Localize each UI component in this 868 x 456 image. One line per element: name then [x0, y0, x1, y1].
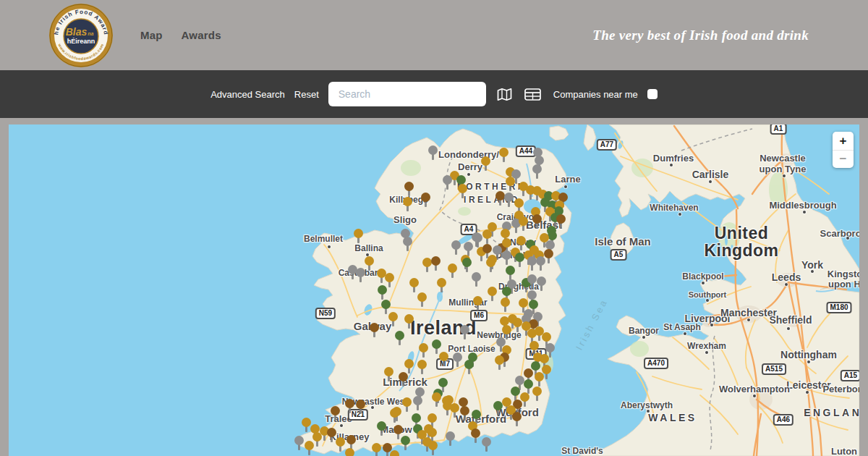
- map-pin[interactable]: [451, 240, 461, 250]
- map-pin[interactable]: [515, 253, 524, 262]
- map-pin[interactable]: [381, 300, 391, 309]
- map-pin[interactable]: [415, 387, 425, 397]
- zoom-in-button[interactable]: +: [833, 132, 854, 150]
- map-pin[interactable]: [427, 413, 437, 423]
- map-pin[interactable]: [542, 365, 551, 374]
- map-pin[interactable]: [421, 193, 430, 202]
- map-pin[interactable]: [431, 256, 441, 266]
- map-pin[interactable]: [393, 425, 403, 434]
- map-pin[interactable]: [460, 406, 469, 415]
- map-pin[interactable]: [529, 341, 539, 350]
- map-pin[interactable]: [535, 372, 544, 381]
- map-pin[interactable]: [428, 145, 438, 155]
- map-pin[interactable]: [460, 325, 469, 334]
- map-pin[interactable]: [500, 316, 509, 326]
- map-pin[interactable]: [527, 290, 537, 300]
- nav-item-map[interactable]: Map: [140, 29, 163, 41]
- map-pin[interactable]: [390, 450, 399, 456]
- map-pin[interactable]: [372, 443, 381, 452]
- map-pin[interactable]: [417, 360, 427, 369]
- map-pin[interactable]: [504, 193, 514, 202]
- map-pin[interactable]: [472, 232, 481, 242]
- map-pin[interactable]: [499, 148, 509, 157]
- map-pin[interactable]: [383, 443, 392, 452]
- map-pin[interactable]: [312, 432, 322, 442]
- map-pin[interactable]: [365, 256, 374, 266]
- map-canvas[interactable]: Londonderry/DerryNORTHERNIRELANDLarneBel…: [9, 124, 859, 456]
- map-pin[interactable]: [305, 441, 314, 450]
- map-pin[interactable]: [519, 298, 528, 308]
- map-pin[interactable]: [515, 376, 524, 385]
- map-pin[interactable]: [331, 406, 340, 415]
- map-pin[interactable]: [327, 428, 336, 437]
- map-pin[interactable]: [516, 236, 526, 245]
- map-pin[interactable]: [446, 431, 455, 441]
- map-pin[interactable]: [428, 441, 438, 450]
- map-pin[interactable]: [346, 435, 356, 444]
- search-input[interactable]: [328, 82, 486, 106]
- map-pin[interactable]: [458, 184, 467, 193]
- map-pin[interactable]: [413, 396, 422, 405]
- map-pin[interactable]: [473, 296, 482, 305]
- map-pin[interactable]: [545, 343, 555, 352]
- map-pin[interactable]: [432, 392, 441, 402]
- map-pin[interactable]: [506, 177, 515, 186]
- reset-button[interactable]: Reset: [294, 89, 319, 100]
- map-pin[interactable]: [378, 285, 387, 295]
- map-pin[interactable]: [502, 238, 511, 248]
- map-pin[interactable]: [496, 337, 506, 347]
- map-pin[interactable]: [377, 421, 386, 431]
- map-pin[interactable]: [482, 437, 491, 447]
- map-pin[interactable]: [459, 397, 468, 407]
- map-pin[interactable]: [529, 300, 538, 309]
- map-pin[interactable]: [453, 352, 462, 362]
- map-pin[interactable]: [524, 368, 533, 378]
- map-pin[interactable]: [493, 401, 503, 410]
- map-pin[interactable]: [395, 331, 404, 340]
- map-pin[interactable]: [388, 312, 398, 321]
- map-pin[interactable]: [481, 156, 490, 166]
- map-pin[interactable]: [409, 278, 419, 287]
- map-pin[interactable]: [532, 214, 542, 224]
- map-pin[interactable]: [512, 412, 522, 421]
- map-pin[interactable]: [399, 372, 408, 381]
- map-pin[interactable]: [502, 325, 511, 334]
- map-pin[interactable]: [519, 216, 528, 226]
- map-pin[interactable]: [294, 436, 304, 445]
- map-pin[interactable]: [404, 359, 414, 368]
- map-pin[interactable]: [486, 258, 495, 267]
- map-pin[interactable]: [370, 323, 379, 332]
- companies-near-me-checkbox[interactable]: [647, 89, 658, 99]
- map-pin[interactable]: [412, 413, 421, 423]
- map-pin[interactable]: [432, 339, 441, 349]
- map-pin[interactable]: [472, 272, 481, 282]
- map-pin[interactable]: [502, 287, 511, 296]
- map-pin[interactable]: [456, 175, 466, 185]
- map-pin[interactable]: [556, 214, 566, 224]
- nav-item-awards[interactable]: Awards: [182, 29, 221, 41]
- map-pin[interactable]: [506, 266, 515, 275]
- map-pin[interactable]: [471, 428, 480, 438]
- map-pin[interactable]: [464, 360, 474, 369]
- map-pin[interactable]: [527, 274, 537, 284]
- advanced-search-button[interactable]: Advanced Search: [210, 89, 285, 100]
- map-pin[interactable]: [472, 410, 481, 419]
- map-pin[interactable]: [511, 387, 520, 396]
- map-pin[interactable]: [302, 418, 311, 427]
- map-pin[interactable]: [384, 367, 393, 376]
- map-pin[interactable]: [437, 278, 446, 287]
- map-pin[interactable]: [356, 268, 365, 277]
- map-view-button[interactable]: [497, 88, 512, 101]
- map-pin[interactable]: [417, 292, 427, 302]
- map-pin[interactable]: [514, 198, 524, 208]
- map-pin[interactable]: [442, 396, 451, 405]
- map-pin[interactable]: [488, 287, 497, 296]
- map-pin[interactable]: [404, 182, 414, 191]
- map-pin[interactable]: [439, 352, 448, 361]
- map-pin[interactable]: [493, 245, 502, 255]
- map-pin[interactable]: [354, 229, 363, 238]
- list-view-button[interactable]: [524, 88, 541, 101]
- map-pin[interactable]: [403, 237, 412, 246]
- map-pin[interactable]: [419, 343, 428, 352]
- map-pin[interactable]: [501, 297, 510, 307]
